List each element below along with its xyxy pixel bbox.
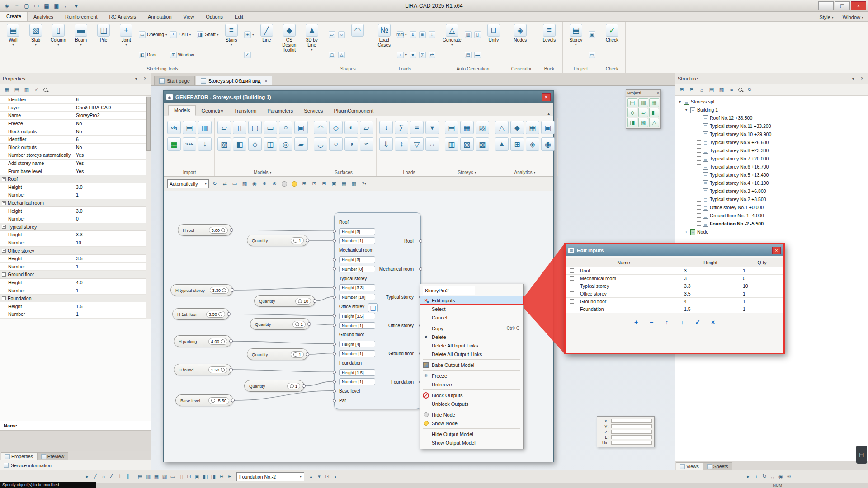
output-port[interactable]: [230, 228, 233, 232]
proj-side-icon[interactable]: ▦: [649, 98, 659, 107]
output-socket-typical-storey[interactable]: Typical storey: [386, 294, 419, 301]
input-port[interactable]: [333, 267, 336, 271]
line-button[interactable]: ╱Line: [256, 23, 278, 42]
model-solid-icon[interactable]: ▣: [294, 121, 308, 134]
cell-name[interactable]: Roof: [577, 268, 681, 273]
input-socket[interactable]: Number [1]: [339, 322, 375, 329]
property-value[interactable]: 3.5: [73, 256, 151, 261]
surface-half2-icon[interactable]: ◑: [344, 137, 358, 151]
pin-icon[interactable]: ▾: [850, 76, 856, 81]
next-level-icon[interactable]: ▾: [315, 473, 323, 481]
close-button[interactable]: ×: [851, 1, 866, 10]
search-tree-icon[interactable]: [737, 87, 744, 93]
prev-level-icon[interactable]: ▴: [307, 473, 315, 481]
node-canvas[interactable]: ▤ Edit inputsSelectCancelCopyCtrl+CDelet…: [164, 191, 553, 462]
slider-knob[interactable]: [221, 228, 225, 232]
project-sheet-button[interactable]: ▭: [588, 45, 596, 66]
input-port[interactable]: [333, 296, 336, 299]
stairs-button[interactable]: ≡Stairs▾: [221, 23, 242, 47]
input-socket[interactable]: Height [3]: [339, 256, 375, 263]
property-value[interactable]: 0: [73, 216, 151, 221]
param-node-h-found[interactable]: H found1.50: [174, 364, 231, 375]
load-area-icon[interactable]: ▽: [410, 137, 424, 151]
property-value[interactable]: 1: [73, 288, 151, 293]
surface-wave-icon[interactable]: ≈: [360, 137, 373, 151]
tree-item-typical-storey-no-11-33-200[interactable]: Typical storey No.11 +33.200: [675, 122, 868, 130]
cell-name[interactable]: Ground floor: [577, 299, 681, 304]
generator-titlebar[interactable]: ◈ GENERATOR - Storeys.spf (Building 1) ×: [164, 91, 553, 103]
model-shell-icon[interactable]: ◇: [248, 137, 262, 151]
output-port[interactable]: [306, 352, 309, 356]
param-node-h-typical-storey[interactable]: H typical storey3.30: [170, 284, 233, 296]
move-up-icon[interactable]: ↑: [663, 319, 671, 326]
edit-inputs-dialog-titlebar[interactable]: ▦ Edit inputs ×: [566, 244, 783, 256]
collapse-icon[interactable]: −: [2, 201, 6, 205]
property-value[interactable]: No: [73, 121, 151, 126]
tree-item-node[interactable]: ›Node: [675, 228, 868, 236]
angle-tool-button[interactable]: ∠: [243, 45, 255, 66]
input-socket[interactable]: Number [1]: [339, 237, 375, 244]
param-node-quantity[interactable]: Quantity10: [254, 295, 315, 307]
property-value[interactable]: Yes: [73, 160, 151, 166]
close-panel-icon[interactable]: ×: [142, 76, 148, 81]
bake-model-icon[interactable]: ◉: [250, 180, 259, 188]
rotate-tool-icon[interactable]: ↻: [760, 473, 769, 481]
storeys-hatch-icon[interactable]: ▧: [460, 137, 474, 151]
param-node-h-roof[interactable]: H roof3.00: [178, 224, 232, 236]
cell-qty[interactable]: 1: [740, 306, 784, 312]
analytics-tri-icon[interactable]: △: [495, 121, 509, 134]
load-dist-icon[interactable]: ▾: [425, 121, 439, 134]
snap-step-icon[interactable]: ▣: [193, 473, 201, 481]
ribbon-tab-rc-analysis[interactable]: RC Analysis: [104, 13, 142, 21]
shape-plate-button[interactable]: ▱: [328, 24, 336, 45]
more-commands-icon[interactable]: ▾: [71, 1, 81, 10]
menu-item-cancel[interactable]: Cancel: [420, 313, 523, 322]
menu-item-show-node[interactable]: Show Node: [420, 419, 523, 427]
analytics-solid-icon[interactable]: ▣: [541, 121, 555, 134]
collapse-icon[interactable]: −: [2, 177, 6, 181]
tree-item-roof-no-12-36-500[interactable]: Roof No.12 +36.500: [675, 114, 868, 122]
coordinate-field[interactable]: [611, 430, 652, 434]
combine-load-button[interactable]: ⇄: [428, 45, 436, 66]
slider-knob[interactable]: [221, 339, 225, 343]
property-group-mechanical-room[interactable]: −Mechanical room: [0, 199, 151, 207]
properties-scrollbar[interactable]: [146, 96, 151, 319]
output-socket-roof[interactable]: Roof: [404, 237, 419, 244]
proj-bottom-icon[interactable]: ▧: [638, 118, 648, 127]
shape-cone-button[interactable]: △: [337, 45, 346, 66]
collapse-icon[interactable]: −: [2, 225, 6, 229]
tree-item-storeys-spf[interactable]: ▾Storeys.spf: [675, 98, 868, 106]
coordinate-field[interactable]: [611, 435, 652, 439]
load-sum-icon[interactable]: ∑: [395, 121, 408, 134]
ribbon-tab-reinforcement[interactable]: Reinforcement: [59, 13, 104, 21]
collapse-icon[interactable]: −: [2, 272, 6, 277]
search-icon[interactable]: [42, 87, 49, 93]
delta-height-button[interactable]: ±± ΔH▾: [169, 24, 195, 45]
remove-row-icon[interactable]: −: [647, 319, 656, 326]
input-socket[interactable]: Height [3.3]: [339, 284, 375, 291]
checkbox[interactable]: [697, 221, 701, 226]
coordinate-field[interactable]: [611, 424, 652, 428]
input-socket[interactable]: Number [0]: [339, 266, 375, 272]
input-port[interactable]: [333, 389, 336, 393]
slider-knob[interactable]: [293, 352, 297, 357]
service-information-row[interactable]: Service information: [0, 460, 151, 470]
cell-qty[interactable]: 10: [740, 283, 784, 289]
menu-item-delete-all-input-links[interactable]: Delete All Input Links: [420, 341, 523, 350]
close-icon[interactable]: ×: [657, 91, 659, 95]
property-group-ground-floor[interactable]: −Ground floor: [0, 271, 151, 279]
gen-columns-button[interactable]: ▯: [473, 24, 482, 45]
checkbox[interactable]: [697, 205, 701, 210]
cell-height[interactable]: 3.5: [681, 291, 740, 296]
cell-height[interactable]: 3.3: [681, 283, 740, 289]
unify-button[interactable]: ⊔Unify: [483, 23, 505, 42]
zoom-window-icon[interactable]: ⊡: [310, 180, 318, 188]
visibility-icon[interactable]: ◉: [777, 473, 785, 481]
point-load-button[interactable]: ↓▾: [396, 45, 408, 66]
ribbon-tab-edit[interactable]: Edit: [229, 13, 249, 21]
tree-caret-icon[interactable]: ▾: [678, 100, 682, 104]
move-tool-icon[interactable]: +: [752, 473, 760, 481]
alphabetical-view-icon[interactable]: ▤: [13, 86, 21, 94]
input-socket[interactable]: Height [3.5]: [339, 313, 375, 319]
property-value[interactable]: 1: [73, 311, 151, 317]
